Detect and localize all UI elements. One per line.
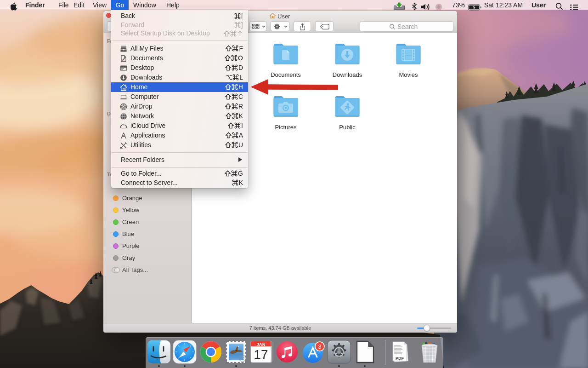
- svg-text:PDF: PDF: [396, 356, 404, 361]
- svg-text:3: 3: [318, 343, 322, 350]
- svg-text:JAN: JAN: [256, 342, 265, 347]
- svg-text:17: 17: [254, 347, 268, 362]
